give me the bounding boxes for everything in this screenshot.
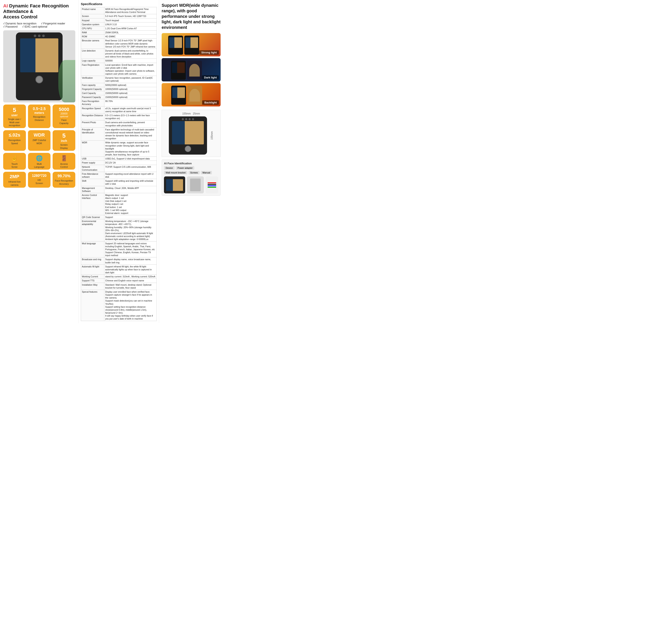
spec-name: CPU NPU [81,26,105,30]
speed-value: ≤.02s [4,132,25,138]
spec-value: Local operation: Enroll face with machin… [105,63,157,76]
users-label: Single user /Multi user recognition [4,118,25,127]
center-panel: Specifications Product nameWDR AI Face R… [78,0,159,323]
cable-black [208,184,216,185]
access-label: AccessControl [54,162,74,168]
spec-value: TCP/IP, Support C/S LAN communication, W… [105,165,157,172]
spec-name: Power supply [81,161,105,165]
diag-cam-1 [182,118,184,120]
package-title: AI Face Identification [164,162,218,165]
feature-2: √ Fingerprint reader [41,22,65,25]
feature-card-touch: ☝ TouchScree [3,153,26,170]
pkg-item-4: Screws [188,171,200,174]
diag-cam-4 [192,118,194,120]
spec-name: Shift [81,179,105,186]
spec-name: Network Communication [81,165,105,172]
backlight-card: Backlight [162,83,221,107]
spec-name: Support TTS [81,279,105,283]
speed-label: RecognitionSpeed [4,139,25,145]
backlight-label: Backlight [202,100,219,105]
spec-value: DC12V 2A [105,161,157,165]
spec-name: Access Control Interface [81,193,105,215]
spec-name: Working Current [81,275,105,279]
spec-value: Face algorithm technology of multi-task … [105,128,157,141]
screen-label: ScreenDisplay [54,143,74,150]
wdr-description: Support WDR(wide dynamic range), with go… [162,3,221,30]
feature-card-distance: 0.5~2.5 meters RecognitionDistance [28,105,51,128]
diagram-front [169,116,207,155]
spec-value: ≤0.2s, support single user/multi user(at… [105,106,157,113]
spec-name: Card Capacity [81,91,105,95]
users-number: 5 [4,107,25,113]
spec-value: 15000(50000 optional) [105,91,157,95]
dim-side-value: 155mm [210,131,213,140]
spec-name: QR Code Scanner [81,215,105,219]
spec-name: Logs capacity [81,59,105,63]
spec-value: WDR AI Face Recognition&Fingerprint Time… [105,7,157,14]
diagram-container: 155mm [164,116,218,155]
feature-card-users: 5 user Single user /Multi user recogniti… [3,105,26,128]
spec-name: Management Software [81,186,105,193]
spec-value: Support exporting excel attendance repor… [105,172,157,179]
spec-name: RAM [81,30,105,34]
spec-value: Dynamic dual-camera anti-counterfeiting,… [105,49,157,59]
access-icon: 🚪 [54,155,74,162]
right-panel: Support WDR(wide dynamic range), with go… [159,0,221,323]
feature-4: √ ID/IC card optional [22,25,47,28]
package-items: Device Power adapter Wall mount bracket … [164,166,218,174]
spec-title: Specifications [81,2,157,6]
spec-name: Broadcase and ring [81,257,105,264]
dim-155mm: 155mm [182,112,191,115]
device-image [3,30,75,102]
spec-name: ROM [81,34,105,39]
features-list: √ Dynamic face recognition √ Fingerprint… [3,22,75,28]
spec-value: 99.70% [105,99,157,106]
diagram-screen [172,121,204,144]
language-icon: 🌐 [29,155,49,162]
resolution-label: HDScreen [29,179,49,185]
spec-value: 1.2G Dual-Core ARM Cortex-A7 [105,26,157,30]
spec-name: Screen [81,14,105,18]
left-panel: AI Dynamic Face Recognition Attendance &… [0,0,78,323]
spec-value: Working temperature: -15C~+45°C (storage… [105,219,157,241]
spec-value: 5000(20000 optional) [105,83,157,87]
title-main: Dynamic Face Recognition Attendance & [3,3,69,14]
spec-value: 15000(50000 optional) [105,95,157,99]
feature-card-screen: 5 inch ScreenDisplay [53,130,75,151]
spec-value: Touch keypad [105,18,157,22]
spec-name: Free Attendance sofware [81,172,105,179]
spec-name: Live detection [81,49,105,59]
title-sub: Access Control [3,14,75,20]
spec-name: Specal features [81,290,105,321]
distance-label: RecognitionDistance [29,115,49,121]
wdr-label: 2MP ColorfulWDR [29,139,49,145]
spec-value: Display user enrolled face when verified… [105,290,157,321]
spec-name: Keypad [81,18,105,22]
shot-screen [166,179,183,191]
spec-value: stand-by current: 310mA , Working curren… [105,275,157,279]
feature-card-camera: 2MP Infrared livecamera [3,172,26,188]
users-unit: user [4,113,25,117]
strong-light-card: Strong light [162,33,221,56]
spec-value: 5.0 Inch IPS Touch Screen, HD 1280*720 [105,14,157,18]
spec-value: USB2.0x1, Support U disk import/export d… [105,157,157,161]
title-ai: AI [3,3,8,8]
shot-mount [187,177,204,193]
spec-name: Prevent Photo [81,120,105,128]
touch-label: TouchScree [4,162,25,168]
capacity-label: FaceCapacity [54,118,74,125]
camera-row [34,34,45,37]
diagram-cameras [182,118,194,120]
diagram-side-label: 155mm [210,116,213,155]
feature-card-resolution: 1280*720 HDScreen [28,172,51,188]
title-block: AI Dynamic Face Recognition Attendance &… [3,3,75,20]
spec-name: Password Capacity [81,95,105,99]
capacity-sub: 20000 [54,112,74,115]
spec-name: Face Recognition Accuracy [81,99,105,106]
spec-table: Product nameWDR AI Face Recognition&Fing… [81,7,157,321]
distance-value: 0.5~2.5 [29,107,49,111]
feature-1: √ Dynamic face recognition [3,22,37,25]
light-samples: Strong light Dark light [162,33,221,107]
distance-unit: meters [29,111,49,115]
package-area: AI Face Identification Device Power adap… [162,159,221,196]
